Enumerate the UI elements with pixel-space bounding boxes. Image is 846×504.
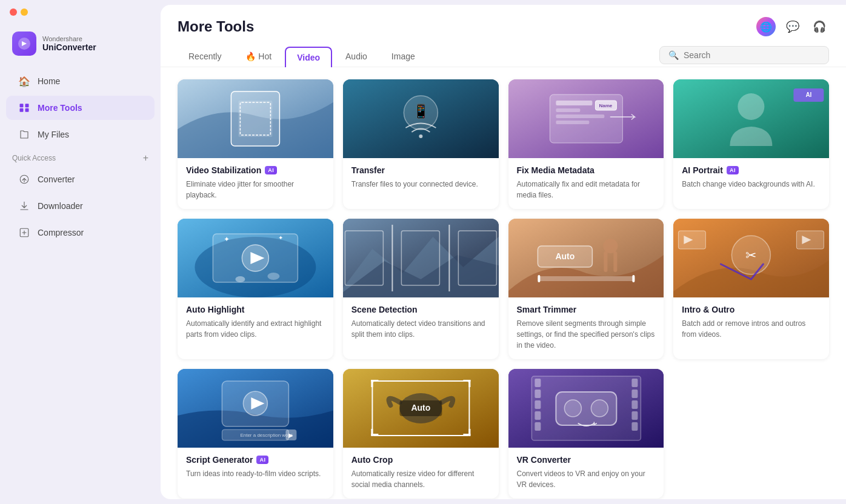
card-desc-auto-highlight: Automatically identify and extract highl… — [186, 318, 325, 340]
home-icon: 🏠 — [18, 75, 30, 87]
sidebar-item-downloader[interactable]: Downloader — [6, 194, 155, 218]
tab-image[interactable]: Image — [381, 47, 426, 66]
sidebar-item-label-converter: Converter — [38, 174, 75, 184]
svg-rect-20 — [556, 121, 589, 124]
search-input[interactable] — [684, 50, 820, 60]
main-header: More Tools 🌐 💬 🎧 — [161, 5, 846, 36]
card-title-vr-converter: VR Converter — [517, 455, 656, 465]
card-smart-trimmer[interactable]: Auto Smart Trimmer Remove silent segment… — [508, 219, 664, 359]
svg-rect-47 — [632, 275, 634, 282]
brand-label: Wondershare — [42, 35, 96, 42]
svg-rect-17 — [556, 101, 592, 105]
sidebar-item-label-my-files: My Files — [38, 130, 69, 139]
card-vr-converter[interactable]: VR Converter Convert videos to VR and en… — [508, 369, 664, 499]
card-body-transfer: Transfer Transfer files to your connecte… — [343, 158, 499, 198]
sidebar-item-compressor[interactable]: Compressor — [6, 220, 155, 245]
svg-rect-68 — [371, 429, 373, 436]
card-fix-media-metadata[interactable]: Name Fix Media Metadata Automatically fi… — [508, 79, 664, 209]
svg-rect-81 — [631, 390, 638, 398]
card-thumbnail-fix-media-metadata: Name — [508, 79, 664, 158]
svg-text:✦: ✦ — [224, 235, 230, 244]
svg-text:✂: ✂ — [746, 248, 757, 263]
card-thumbnail-transfer: 📱 — [343, 79, 499, 158]
card-auto-crop[interactable]: Auto Auto Crop Automatically resize vide… — [343, 369, 499, 499]
card-title-intro-outro: Intro & Outro — [682, 305, 821, 314]
headphone-button[interactable]: 🎧 — [810, 17, 829, 36]
card-title-auto-crop: Auto Crop — [351, 455, 490, 465]
tab-audio[interactable]: Audio — [335, 47, 378, 66]
card-desc-vr-converter: Convert videos to VR and enjoy on your V… — [517, 468, 656, 490]
avatar[interactable]: 🌐 — [756, 17, 776, 36]
sidebar-item-my-files[interactable]: My Files — [6, 122, 155, 147]
svg-text:AI: AI — [806, 91, 812, 98]
tab-hot[interactable]: 🔥 Hot — [235, 47, 282, 66]
svg-rect-82 — [631, 400, 638, 409]
card-transfer[interactable]: 📱 Transfer Transfer files to your connec… — [343, 79, 499, 209]
sidebar-item-converter[interactable]: Converter — [6, 167, 155, 191]
tab-video[interactable]: Video — [285, 47, 332, 67]
svg-point-14 — [419, 134, 422, 138]
card-title-transfer: Transfer — [351, 165, 490, 175]
card-body-script-generator: Script Generator AI Turn ideas into read… — [178, 448, 333, 488]
svg-rect-9 — [238, 101, 272, 137]
card-auto-highlight[interactable]: ✦ ✦ Auto Highlight Automatically identif… — [178, 219, 333, 359]
card-body-auto-crop: Auto Crop Automatically resize video for… — [343, 448, 499, 499]
sidebar-item-more-tools[interactable]: More Tools — [6, 96, 155, 120]
card-thumbnail-video-stabilization — [178, 79, 333, 158]
card-thumbnail-intro-outro: ✂ — [673, 219, 829, 297]
svg-point-33 — [235, 276, 245, 282]
svg-point-86 — [564, 400, 581, 417]
svg-rect-4 — [25, 108, 29, 112]
svg-rect-46 — [538, 275, 540, 282]
svg-rect-75 — [535, 379, 541, 387]
svg-text:Auto: Auto — [411, 403, 430, 413]
minimize-button[interactable] — [21, 8, 28, 16]
card-script-generator[interactable]: Enter a description word ▶ Script Genera… — [178, 369, 333, 499]
tab-recently[interactable]: Recently — [178, 47, 232, 66]
card-scene-detection[interactable]: Scene Detection Automatically detect vid… — [343, 219, 499, 359]
svg-rect-19 — [556, 114, 604, 118]
card-thumbnail-auto-highlight: ✦ ✦ — [178, 219, 333, 297]
card-thumbnail-scene-detection — [343, 219, 499, 297]
card-body-ai-portrait: AI Portrait AI Batch change video backgr… — [673, 158, 829, 198]
card-desc-ai-portrait: Batch change video backgrounds with AI. — [682, 179, 821, 190]
sidebar-item-label-home: Home — [38, 76, 60, 86]
card-ai-portrait[interactable]: AI AI Portrait AI Batch change video bac… — [673, 79, 829, 209]
card-video-stabilization[interactable]: Video Stabilization AI Eliminate video j… — [178, 79, 333, 209]
svg-text:Name: Name — [599, 103, 612, 108]
card-title-video-stabilization: Video Stabilization AI — [186, 165, 325, 175]
card-title-fix-media-metadata: Fix Media Metadata — [517, 165, 656, 175]
header-actions: 🌐 💬 🎧 — [756, 17, 829, 36]
card-body-fix-media-metadata: Fix Media Metadata Automatically fix and… — [508, 158, 664, 209]
svg-point-42 — [603, 239, 618, 253]
add-quick-access-button[interactable]: + — [143, 153, 148, 164]
card-thumbnail-vr-converter — [508, 369, 664, 448]
ai-badge-portrait: AI — [727, 166, 739, 174]
card-title-scene-detection: Scene Detection — [351, 305, 490, 314]
svg-point-87 — [591, 400, 608, 417]
chat-button[interactable]: 💬 — [783, 17, 802, 36]
card-body-scene-detection: Scene Detection Automatically detect vid… — [343, 297, 499, 348]
card-intro-outro[interactable]: ✂ Intro & Outro Batch add or remove — [673, 219, 829, 359]
compressor-icon — [18, 227, 30, 239]
ai-badge-script: AI — [256, 456, 268, 464]
card-body-video-stabilization: Video Stabilization AI Eliminate video j… — [178, 158, 333, 209]
logo-text: Wondershare UniConverter — [42, 35, 96, 52]
svg-rect-45 — [538, 276, 634, 281]
close-button[interactable] — [10, 8, 17, 16]
card-desc-auto-crop: Automatically resize video for different… — [351, 468, 490, 490]
main-panel: More Tools 🌐 💬 🎧 Recently 🔥 Hot Video Au… — [161, 5, 846, 499]
svg-rect-70 — [468, 429, 470, 436]
card-title-smart-trimmer: Smart Trimmer — [517, 305, 656, 314]
search-icon: 🔍 — [668, 50, 679, 60]
card-title-auto-highlight: Auto Highlight — [186, 305, 325, 314]
titlebar — [0, 0, 161, 24]
app-name-label: UniConverter — [42, 42, 96, 52]
card-thumbnail-smart-trimmer: Auto — [508, 219, 664, 297]
svg-text:Auto: Auto — [555, 251, 575, 261]
svg-rect-80 — [631, 379, 638, 387]
sidebar-item-home[interactable]: 🏠 Home — [6, 69, 155, 93]
logo-area: Wondershare UniConverter — [0, 24, 161, 68]
svg-rect-66 — [468, 380, 470, 387]
card-title-ai-portrait: AI Portrait AI — [682, 165, 821, 175]
